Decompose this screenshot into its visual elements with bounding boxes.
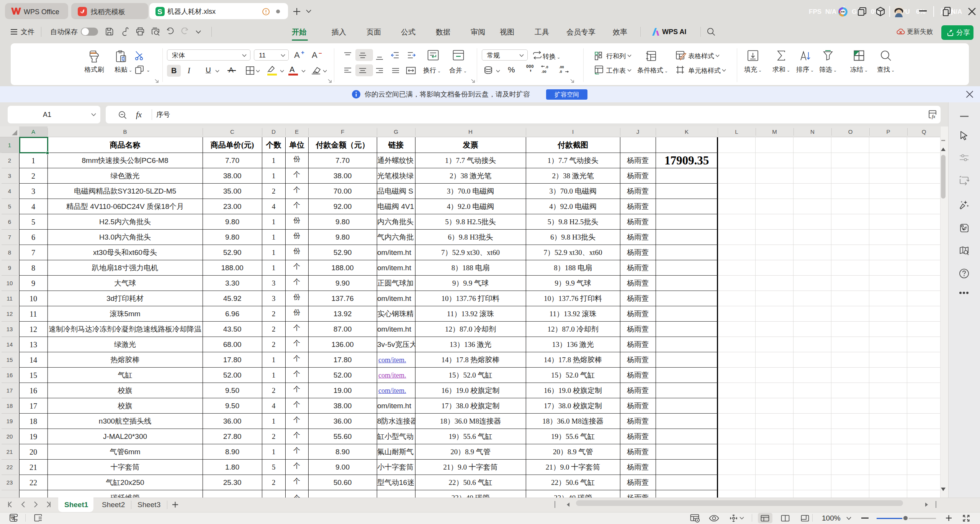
svg-text:.0: .0 [559,70,562,74]
svg-text:.0: .0 [545,65,548,69]
svg-text:.00: .00 [542,70,546,74]
svg-text:VB: VB [11,516,15,519]
svg-text:.00: .00 [559,65,564,69]
svg-text:fx: fx [932,113,936,119]
